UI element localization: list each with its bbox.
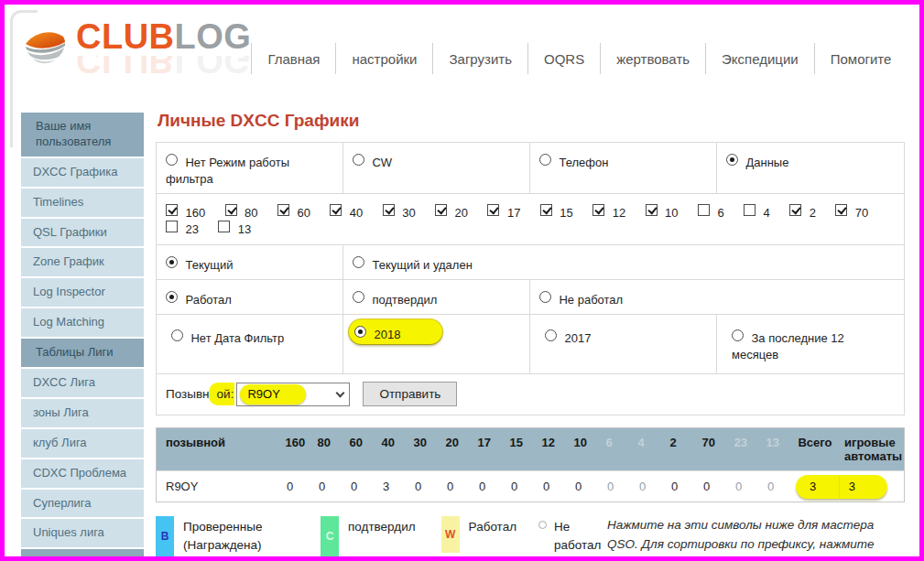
band-checkbox-option[interactable]: 17 xyxy=(487,201,524,217)
sidebar-item[interactable]: DXCC Лига xyxy=(21,369,144,397)
radio-icon[interactable] xyxy=(166,291,178,303)
sidebar-item[interactable]: Log Inspector xyxy=(21,278,144,307)
radio-icon[interactable] xyxy=(354,326,366,338)
score-header-band[interactable]: 23 xyxy=(727,428,759,470)
radio-icon[interactable] xyxy=(353,154,364,166)
worked-radio-option[interactable]: Работал xyxy=(157,280,343,314)
nav-item[interactable]: Экспедиции xyxy=(705,43,814,74)
band-checkbox-option[interactable]: 80 xyxy=(225,201,262,217)
sidebar-item[interactable]: Log Matching xyxy=(21,308,144,337)
score-header-band[interactable]: 20 xyxy=(439,428,471,470)
score-header-band[interactable]: 30 xyxy=(407,428,439,470)
score-header-callsign[interactable]: позывной xyxy=(157,428,278,470)
checkbox-icon[interactable] xyxy=(166,221,178,232)
checkbox-icon[interactable] xyxy=(435,204,447,216)
band-checkbox-option[interactable]: 20 xyxy=(435,201,472,217)
score-header-band[interactable]: 12 xyxy=(535,428,567,470)
score-header-slots[interactable]: игровые автоматы xyxy=(838,428,904,470)
sidebar-item[interactable]: зоны Лига xyxy=(21,399,144,427)
checkbox-icon[interactable] xyxy=(383,204,395,216)
not-worked-radio-option[interactable]: Не работал xyxy=(530,280,904,314)
sidebar-item[interactable]: Uniques лига xyxy=(21,519,144,547)
band-checkbox-option[interactable]: 15 xyxy=(540,201,577,217)
mode-radio-option[interactable]: Нет Режим работы фильтра xyxy=(157,143,343,193)
score-header-total[interactable]: Всего xyxy=(791,428,838,470)
confirmed-radio-option[interactable]: подтвердил xyxy=(343,280,530,314)
score-header-band[interactable]: 60 xyxy=(342,428,375,470)
score-header-band[interactable]: 80 xyxy=(310,428,342,470)
sidebar-item[interactable]: CDXC Проблема xyxy=(21,459,144,488)
checkbox-icon[interactable] xyxy=(789,204,801,216)
nav-item[interactable]: Помогите xyxy=(814,43,908,74)
sidebar-item[interactable]: инструменты Club Log xyxy=(21,549,144,561)
submit-button[interactable]: Отправить xyxy=(363,382,457,406)
nav-item[interactable]: настройки xyxy=(335,43,432,74)
mode-radio-option[interactable]: CW xyxy=(343,143,530,193)
radio-icon[interactable] xyxy=(539,291,551,303)
band-checkbox-option[interactable]: 10 xyxy=(646,201,682,217)
radio-icon[interactable] xyxy=(732,329,744,341)
band-checkbox-option[interactable]: 2 xyxy=(789,201,820,217)
radio-icon[interactable] xyxy=(539,154,551,166)
score-header-band[interactable]: 10 xyxy=(567,428,599,470)
current-deleted-radio-option[interactable]: Текущий и удален xyxy=(343,245,904,279)
radio-icon[interactable] xyxy=(353,256,364,268)
score-header-band[interactable]: 2 xyxy=(663,428,695,470)
band-checkbox-option[interactable]: 160 xyxy=(166,201,210,217)
nav-item[interactable]: OQRS xyxy=(527,43,600,74)
band-checkbox-option[interactable]: 70 xyxy=(835,201,868,217)
nav-item[interactable]: Главная xyxy=(251,43,335,74)
checkbox-icon[interactable] xyxy=(277,204,289,216)
checkbox-icon[interactable] xyxy=(225,204,237,216)
nav-item[interactable]: жертвовать xyxy=(600,43,705,74)
band-checkbox-option[interactable]: 23 xyxy=(166,218,202,233)
pfx-link[interactable]: PFX xyxy=(607,556,631,561)
verified-symbol[interactable]: B xyxy=(156,516,174,556)
sidebar-item[interactable]: клуб Лига xyxy=(21,429,144,458)
checkbox-icon[interactable] xyxy=(592,204,604,216)
band-checkbox-option[interactable]: 12 xyxy=(592,201,629,217)
checkbox-icon[interactable] xyxy=(835,204,847,216)
radio-icon[interactable] xyxy=(166,154,178,166)
radio-icon[interactable] xyxy=(353,291,364,303)
current-radio-option[interactable]: Текущий xyxy=(157,245,343,279)
sidebar-item[interactable]: Zone График xyxy=(21,248,144,276)
score-header-band[interactable]: 70 xyxy=(695,428,727,470)
checkbox-icon[interactable] xyxy=(540,204,552,216)
score-header-band[interactable]: 160 xyxy=(278,428,310,470)
radio-icon[interactable] xyxy=(726,154,738,166)
score-header-band[interactable]: 17 xyxy=(471,428,503,470)
score-callsign[interactable]: R9OY xyxy=(157,480,280,493)
band-checkbox-option[interactable]: 6 xyxy=(698,201,728,217)
mode-radio-option[interactable]: Телефон xyxy=(530,143,717,193)
date-radio-option[interactable]: 2018 xyxy=(349,319,442,344)
sidebar-item[interactable]: Суперлига xyxy=(21,490,144,518)
worked-symbol[interactable]: W xyxy=(441,516,460,553)
score-header-band[interactable]: 15 xyxy=(503,428,535,470)
score-header-band[interactable]: 40 xyxy=(375,428,407,470)
checkbox-icon[interactable] xyxy=(646,204,658,216)
sidebar-item[interactable]: QSL Графики xyxy=(21,219,144,247)
band-checkbox-option[interactable]: 30 xyxy=(383,201,419,217)
checkbox-icon[interactable] xyxy=(330,204,342,216)
checkbox-icon[interactable] xyxy=(166,204,178,216)
radio-icon[interactable] xyxy=(545,329,557,341)
radio-icon[interactable] xyxy=(166,256,178,268)
score-header-band[interactable]: 6 xyxy=(599,428,631,470)
confirmed-symbol[interactable]: C xyxy=(321,516,339,556)
callsign-select[interactable]: R9OY xyxy=(236,383,350,406)
checkbox-icon[interactable] xyxy=(487,204,499,216)
clublog-logo[interactable]: CLUBLOG CLUBLOG xyxy=(21,19,251,78)
score-header-band[interactable]: 4 xyxy=(631,428,663,470)
date-radio-option[interactable]: Нет Дата Фильтр xyxy=(166,323,291,348)
band-checkbox-option[interactable]: 13 xyxy=(218,218,251,233)
score-header-band[interactable]: 13 xyxy=(759,428,791,470)
checkbox-icon[interactable] xyxy=(218,221,230,232)
checkbox-icon[interactable] xyxy=(744,204,756,216)
band-checkbox-option[interactable]: 60 xyxy=(277,201,314,217)
sidebar-item[interactable]: Ваше имя пользователя xyxy=(21,113,144,156)
sidebar-item[interactable]: Таблицы Лиги xyxy=(21,339,144,367)
radio-icon[interactable] xyxy=(171,329,183,341)
band-checkbox-option[interactable]: 4 xyxy=(744,201,774,217)
date-radio-option[interactable]: 2017 xyxy=(539,323,598,348)
